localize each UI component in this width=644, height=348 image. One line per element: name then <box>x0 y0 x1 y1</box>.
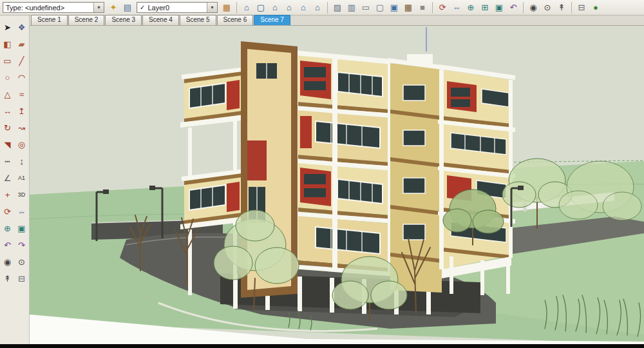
protractor-tool-icon[interactable]: ∠ <box>1 171 14 184</box>
offset-tool-icon[interactable]: ◎ <box>15 138 28 151</box>
previous-view-tool-icon[interactable]: ↶ <box>1 238 14 251</box>
model-canvas[interactable] <box>30 26 644 344</box>
rotate-tool-icon[interactable]: ↻ <box>1 121 14 134</box>
tape-measure-tool-icon[interactable]: ┅ <box>1 155 14 168</box>
look-around-tool-icon[interactable]: ⊙ <box>15 255 28 268</box>
text-tool-icon[interactable]: A1 <box>15 171 28 184</box>
chevron-down-icon[interactable]: ▼ <box>207 3 217 12</box>
letterbox-bar <box>0 344 644 348</box>
make-component-tool-icon[interactable]: ❖ <box>15 21 28 34</box>
shaded-style-icon[interactable]: ▣ <box>388 1 401 14</box>
scene-tab-scene-4[interactable]: Scene 4 <box>142 15 179 25</box>
scene-tab-scene-3[interactable]: Scene 3 <box>105 15 142 25</box>
model-viewport[interactable] <box>30 26 644 344</box>
scene-tab-scene-6[interactable]: Scene 6 <box>217 15 254 25</box>
toolbar-separator <box>236 2 237 14</box>
toolbar-separator <box>523 2 524 14</box>
type-dropdown[interactable]: Type: <undefined> ▼ <box>3 2 104 13</box>
orbit-icon[interactable]: ⟳ <box>436 1 449 14</box>
eraser-tool-icon[interactable]: ▰ <box>15 37 28 50</box>
section-plane-icon[interactable]: ⊟ <box>575 1 588 14</box>
monochrome-style-icon[interactable]: ■ <box>416 1 429 14</box>
wireframe-style-icon[interactable]: ▭ <box>359 1 372 14</box>
iso-view-icon[interactable]: ⌂ <box>240 1 253 14</box>
section-plane-tool-icon[interactable]: ⊟ <box>15 272 28 285</box>
scene-tab-scene-7[interactable]: Scene 7 <box>254 15 290 25</box>
zoom-window-icon[interactable]: ⊞ <box>478 1 491 14</box>
scene-tab-scene-5[interactable]: Scene 5 <box>180 15 216 25</box>
rectangle-tool-icon[interactable]: ▭ <box>1 54 14 67</box>
left-view-icon[interactable]: ⌂ <box>311 1 324 14</box>
position-camera-icon[interactable]: ◉ <box>527 1 540 14</box>
zoom-extents-tool-icon[interactable]: ▣ <box>15 222 28 235</box>
front-view-icon[interactable]: ⌂ <box>269 1 281 14</box>
line-tool-icon[interactable]: ╱ <box>15 54 28 67</box>
toolbar-strip-main: ▦⌂▢⌂⌂⌂⌂▨▥▭▢▣▦■⟳⇔⊕⊞▣↶◉⊙↟⊟● <box>220 1 602 14</box>
position-camera-tool-icon[interactable]: ◉ <box>1 255 14 268</box>
zoom-extents-icon[interactable]: ▣ <box>493 1 506 14</box>
zoom-tool-icon[interactable]: ⊕ <box>1 222 14 235</box>
walk-icon[interactable]: ↟ <box>555 1 568 14</box>
push-pull-tool-icon[interactable]: ↥ <box>15 104 28 117</box>
paint-bucket-tool-icon[interactable]: ◧ <box>1 37 14 50</box>
previous-view-icon[interactable]: ↶ <box>507 1 520 14</box>
arc-tool-icon[interactable]: ◠ <box>15 71 28 84</box>
xray-style-icon[interactable]: ▨ <box>331 1 344 14</box>
check-icon: ✓ <box>140 4 145 11</box>
hidden-line-style-icon[interactable]: ▢ <box>374 1 386 14</box>
circle-tool-icon[interactable]: ○ <box>1 71 14 84</box>
layers-palette-icon[interactable]: ▤ <box>121 1 134 14</box>
dimension-tool-icon[interactable]: ↨ <box>15 155 28 168</box>
sketchup-window: Type: <undefined> ▼ ✦▤ ✓ Layer0 ▼ ▦⌂▢⌂⌂⌂… <box>0 0 644 348</box>
type-value: <undefined> <box>25 4 64 12</box>
follow-me-tool-icon[interactable]: ↝ <box>15 121 28 134</box>
pan-tool-icon[interactable]: ⇔ <box>15 205 28 218</box>
next-view-tool-icon[interactable]: ↷ <box>15 238 28 251</box>
type-label: Type: <box>6 4 23 12</box>
layer-manager-icon[interactable]: ▦ <box>220 1 233 14</box>
back-edges-style-icon[interactable]: ▥ <box>345 1 358 14</box>
right-view-icon[interactable]: ⌂ <box>283 1 296 14</box>
toolbar-separator <box>327 2 328 14</box>
walk-tool-icon[interactable]: ↟ <box>1 272 14 285</box>
axes-tool-icon[interactable]: + <box>1 188 14 201</box>
scale-tool-icon[interactable]: ◥ <box>1 138 14 151</box>
layer-dropdown[interactable]: ✓ Layer0 ▼ <box>137 2 218 13</box>
textured-style-icon[interactable]: ▦ <box>402 1 415 14</box>
style-edit-icon[interactable]: ✦ <box>107 1 120 14</box>
back-view-icon[interactable]: ⌂ <box>297 1 310 14</box>
toolbar-separator <box>432 2 433 14</box>
layer-value: Layer0 <box>147 4 169 12</box>
chevron-down-icon[interactable]: ▼ <box>93 3 104 12</box>
pan-icon[interactable]: ⇔ <box>450 1 463 14</box>
scene-tab-scene-2[interactable]: Scene 2 <box>68 15 105 25</box>
toolbar-strip-pre: ✦▤ <box>107 1 134 14</box>
look-around-icon[interactable]: ⊙ <box>541 1 554 14</box>
scene-tab-bar: Scene 1Scene 2Scene 3Scene 4Scene 5Scene… <box>30 15 644 26</box>
tool-palette: ➤❖◧▰▭╱○◠△≈↔↥↻↝◥◎┅↨∠A1+3D⟳⇔⊕▣↶↷◉⊙↟⊟ <box>0 15 30 344</box>
orbit-tool-icon[interactable]: ⟳ <box>1 205 14 218</box>
top-toolbar: Type: <undefined> ▼ ✦▤ ✓ Layer0 ▼ ▦⌂▢⌂⌂⌂… <box>0 0 644 15</box>
select-tool-icon[interactable]: ➤ <box>1 21 14 34</box>
zoom-icon[interactable]: ⊕ <box>464 1 477 14</box>
add-location-icon[interactable]: ● <box>589 1 602 14</box>
polygon-tool-icon[interactable]: △ <box>1 88 14 101</box>
3d-text-tool-icon[interactable]: 3D <box>15 188 28 201</box>
freehand-tool-icon[interactable]: ≈ <box>15 88 28 101</box>
top-view-icon[interactable]: ▢ <box>254 1 267 14</box>
scene-tab-scene-1[interactable]: Scene 1 <box>31 15 68 25</box>
toolbar-separator <box>571 2 572 14</box>
move-tool-icon[interactable]: ↔ <box>1 104 14 117</box>
